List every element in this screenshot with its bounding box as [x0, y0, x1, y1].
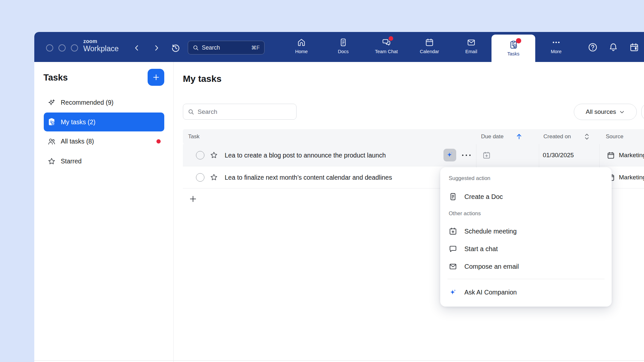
menu-item-start-chat[interactable]: Start a chat	[440, 240, 612, 257]
team-chat-badge	[389, 36, 393, 41]
sidebar-item-my-tasks[interactable]: My tasks (2)	[44, 113, 164, 131]
ai-companion-action-button[interactable]	[443, 149, 456, 161]
sidebar-item-label: Starred	[61, 158, 82, 165]
task-title[interactable]: Lea to create a blog post to announce th…	[225, 144, 386, 166]
add-task-button[interactable]	[148, 69, 164, 86]
nav-tasks-active-tab[interactable]: Tasks	[491, 35, 535, 62]
sources-filter-value: All sources	[586, 108, 616, 115]
row-more-actions-button[interactable]	[460, 151, 473, 159]
nav-home-label: Home	[295, 49, 308, 54]
calendar-panel-icon	[629, 42, 639, 52]
notifications-button[interactable]	[608, 42, 618, 52]
popup-section-label: Other actions	[449, 210, 481, 217]
popup-section-label: Suggested action	[449, 175, 491, 181]
sort-ascending-arrow-icon[interactable]	[515, 133, 523, 140]
star-icon[interactable]	[210, 173, 218, 182]
menu-item-label: Compose an email	[464, 263, 519, 270]
back-button[interactable]	[133, 44, 141, 52]
menu-item-schedule-meeting[interactable]: Schedule meeting	[440, 223, 612, 240]
global-search-placeholder: Search	[202, 44, 220, 51]
column-header-created-on[interactable]: Created on	[543, 133, 571, 140]
menu-item-ask-ai-companion[interactable]: Ask AI Companion	[440, 284, 612, 301]
sidebar-item-starred[interactable]: Starred	[34, 151, 174, 171]
column-header-task: Task	[188, 133, 200, 140]
star-icon[interactable]	[210, 151, 218, 159]
tasks-search-input[interactable]: Search	[183, 104, 297, 120]
doc-icon	[449, 192, 457, 201]
nav-more[interactable]: More	[537, 38, 575, 59]
sort-toggle-icon[interactable]	[583, 133, 590, 141]
column-header-due-date[interactable]: Due date	[481, 133, 504, 140]
table-row[interactable]: Lea to create a blog post to announce th…	[183, 144, 644, 166]
sidebar-item-all-tasks[interactable]: All tasks (8)	[34, 131, 174, 151]
plus-icon	[189, 195, 197, 203]
column-divider	[539, 144, 539, 166]
plus-icon	[152, 73, 160, 82]
task-complete-checkbox[interactable]	[196, 173, 204, 182]
close-window-button[interactable]	[46, 44, 53, 52]
logo-workplace-text: Workplace	[83, 45, 119, 53]
search-icon	[193, 45, 199, 51]
source-cell: Marketing	[607, 166, 644, 189]
source-name: Marketing	[619, 174, 644, 181]
tasks-badge	[516, 38, 521, 43]
ai-companion-star-icon	[446, 151, 454, 159]
column-divider	[476, 144, 476, 166]
sparkle-icon	[47, 98, 56, 107]
logo-zoom-text: zoom	[83, 39, 119, 44]
docs-icon	[339, 38, 348, 47]
chevron-down-icon	[619, 109, 625, 115]
maximize-window-button[interactable]	[71, 44, 78, 52]
menu-item-compose-email[interactable]: Compose an email	[440, 258, 612, 275]
filter-pill-partial[interactable]	[641, 104, 644, 120]
source-cell: Marketing	[607, 144, 644, 166]
app-window: zoom Workplace Search ⌘F Home	[34, 32, 644, 362]
side-panel-calendar-button[interactable]	[629, 42, 639, 52]
task-title[interactable]: Lea to finalize next month’s content cal…	[225, 166, 392, 189]
nav-calendar[interactable]: Calendar	[411, 38, 448, 59]
nav-docs[interactable]: Docs	[324, 38, 362, 59]
task-complete-checkbox[interactable]	[196, 151, 204, 159]
chevron-right-icon	[153, 44, 160, 52]
nav-tasks-label: Tasks	[507, 51, 519, 56]
chat-bubble-icon	[449, 245, 457, 253]
nav-docs-label: Docs	[338, 49, 348, 54]
tasks-search-placeholder: Search	[198, 108, 217, 115]
menu-item-label: Schedule meeting	[464, 228, 517, 235]
nav-calendar-label: Calendar	[420, 49, 439, 54]
search-icon	[188, 109, 194, 115]
menu-divider	[447, 279, 604, 279]
sidebar-item-recommended[interactable]: Recommended (9)	[34, 93, 174, 113]
email-icon	[467, 38, 476, 47]
sources-filter-dropdown[interactable]: All sources	[574, 104, 637, 120]
forward-button[interactable]	[153, 44, 160, 52]
column-header-source: Source	[606, 133, 623, 140]
email-icon	[449, 262, 457, 271]
source-calendar-icon	[607, 151, 615, 159]
home-icon	[297, 38, 306, 47]
table-header: Task Due date Created on Source	[183, 129, 644, 144]
created-on-date: 01/30/2025	[543, 144, 574, 166]
sidebar: Tasks Recommended (9) My tas	[34, 62, 174, 362]
menu-item-create-doc[interactable]: Create a Doc	[440, 188, 612, 205]
nav-team-chat[interactable]: Team Chat	[367, 38, 405, 59]
all-tasks-badge	[156, 139, 161, 143]
add-task-row-button[interactable]	[183, 189, 314, 209]
sidebar-item-label: My tasks (2)	[61, 118, 95, 126]
minimize-window-button[interactable]	[58, 44, 66, 52]
people-icon	[47, 137, 56, 146]
nav-email-label: Email	[465, 49, 477, 54]
add-due-date-button[interactable]	[482, 151, 491, 159]
help-button[interactable]	[588, 42, 598, 52]
nav-team-chat-label: Team Chat	[375, 49, 398, 54]
ai-companion-star-icon	[449, 288, 457, 296]
chevron-left-icon	[133, 44, 141, 52]
history-button[interactable]	[171, 43, 181, 53]
menu-item-label: Ask AI Companion	[464, 289, 517, 296]
sidebar-title: Tasks	[43, 73, 68, 83]
history-icon	[171, 43, 181, 53]
nav-home[interactable]: Home	[282, 38, 320, 59]
nav-email[interactable]: Email	[452, 38, 490, 59]
sidebar-list: Recommended (9) My tasks (2)	[34, 93, 174, 171]
global-search-input[interactable]: Search ⌘F	[188, 41, 265, 54]
